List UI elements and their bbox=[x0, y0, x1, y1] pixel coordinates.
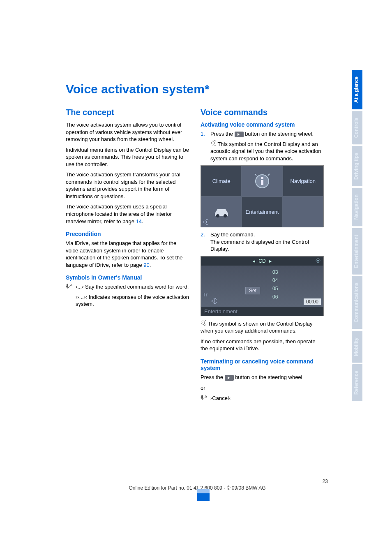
img2-arrow-left-icon: ◂ bbox=[253, 258, 255, 264]
link-page-90[interactable]: 90 bbox=[143, 262, 149, 268]
svg-point-3 bbox=[261, 177, 263, 179]
step-1a: Press the bbox=[210, 131, 235, 137]
img2-bottom-label: Entertainment bbox=[201, 307, 323, 316]
voice-button-icon bbox=[235, 132, 244, 137]
after-img-p2: If no other commands are possible, then … bbox=[201, 338, 324, 352]
left-column: The concept The voice activation system … bbox=[66, 108, 189, 405]
voice-wave-icon bbox=[210, 140, 216, 146]
cancel-row: ›Cancel‹ bbox=[201, 395, 324, 402]
img2-arrow-right-icon: ▸ bbox=[269, 258, 272, 264]
svg-point-6 bbox=[224, 214, 227, 217]
terminate-p1a: Press the bbox=[201, 374, 225, 380]
right-column: Voice commands Activating voice command … bbox=[201, 108, 324, 405]
cancel-command: ›Cancel‹ bbox=[210, 395, 324, 402]
heading-concept: The concept bbox=[66, 108, 189, 117]
concept-p2: Individual menu items on the Control Dis… bbox=[66, 146, 189, 168]
step-1: 1. Press the button on the steering whee… bbox=[201, 130, 324, 162]
tab-navigation[interactable]: Navigation bbox=[352, 188, 362, 226]
img2-n6: 06 bbox=[272, 293, 278, 301]
svg-rect-4 bbox=[261, 180, 263, 185]
terminate-p1b: button on the steering wheel bbox=[234, 374, 302, 380]
img1-navigation: Navigation bbox=[283, 166, 323, 197]
img1-corner-wave-icon bbox=[203, 219, 208, 226]
tab-at-a-glance[interactable]: At a glance bbox=[352, 70, 362, 109]
concept-p4b: . bbox=[142, 218, 143, 224]
img2-n5: 05 bbox=[272, 284, 278, 293]
heading-symbols: Symbols in Owner's Manual bbox=[66, 274, 189, 281]
svg-rect-0 bbox=[67, 284, 68, 287]
page-number: 23 bbox=[66, 479, 329, 484]
precondition-p: Via iDrive, set the language that applie… bbox=[66, 240, 189, 268]
step-1c: This symbol on the Control Display and a… bbox=[210, 141, 321, 162]
img2-track-numbers: 03 04 05 06 bbox=[272, 268, 278, 301]
tab-reference[interactable]: Reference bbox=[352, 364, 362, 401]
img2-gear-icon bbox=[315, 258, 321, 265]
terminate-p1: Press the button on the steering wheel bbox=[201, 374, 324, 381]
step-2-index: 2. bbox=[201, 231, 205, 238]
img2-cd-label: CD bbox=[258, 258, 265, 264]
concept-p4a: The voice activation system uses a speci… bbox=[66, 204, 172, 224]
precondition-pb: . bbox=[150, 262, 151, 268]
img2-wave-icon bbox=[211, 298, 217, 305]
tab-controls[interactable]: Controls bbox=[352, 111, 362, 144]
img2-set-button: Set bbox=[245, 287, 260, 294]
step-1b: button on the steering wheel. bbox=[244, 131, 314, 137]
terminate-or: or bbox=[201, 384, 324, 392]
mic-icon-2 bbox=[201, 395, 207, 400]
img1-entertainment: Entertainment bbox=[242, 197, 282, 227]
mic-icon bbox=[66, 283, 72, 289]
tab-mobility[interactable]: Mobility bbox=[352, 331, 362, 363]
symbol-text-1: ›...‹ Say the specified commands word fo… bbox=[76, 283, 189, 291]
concept-p3: The voice activation system transforms y… bbox=[66, 171, 189, 200]
img2-tr-label: Tr bbox=[203, 291, 208, 298]
control-display-menu-image: Climate Navigation Entertainment bbox=[201, 165, 324, 227]
link-page-14[interactable]: 14 bbox=[136, 218, 142, 224]
concept-p1: The voice activation system allows you t… bbox=[66, 121, 189, 143]
side-tabs: At a glance Controls Driving tips Naviga… bbox=[352, 70, 362, 401]
footer-blue-marker bbox=[197, 493, 210, 501]
img2-n4: 04 bbox=[272, 276, 278, 284]
symbol-row-1: ›...‹ Say the specified commands word fo… bbox=[66, 283, 189, 291]
tab-entertainment[interactable]: Entertainment bbox=[352, 228, 362, 275]
svg-rect-9 bbox=[201, 395, 203, 399]
img2-n3: 03 bbox=[272, 268, 278, 276]
concept-p4: The voice activation system uses a speci… bbox=[66, 203, 189, 225]
heading-precondition: Precondition bbox=[66, 231, 189, 237]
tab-communications[interactable]: Communications bbox=[352, 276, 362, 329]
img2-time: 00:00 bbox=[304, 298, 321, 305]
img1-climate: Climate bbox=[201, 166, 242, 197]
control-display-cd-image: ◂ CD ▸ Set 03 04 05 06 bbox=[201, 256, 324, 316]
tab-driving-tips[interactable]: Driving tips bbox=[352, 146, 362, 186]
svg-point-8 bbox=[317, 260, 319, 261]
img1-blank bbox=[283, 197, 323, 227]
svg-point-5 bbox=[216, 214, 219, 217]
symbol-row-2: ››...‹‹ Indicates responses of the voice… bbox=[66, 294, 189, 308]
step-2b: The command is displayed on the Control … bbox=[210, 238, 324, 253]
step-2a: Say the command. bbox=[210, 231, 255, 238]
heading-terminating: Terminating or canceling voice command s… bbox=[201, 358, 324, 371]
step-1-index: 1. bbox=[201, 130, 205, 138]
heading-voice-commands: Voice commands bbox=[201, 108, 324, 117]
after-img-p1: This symbol is shown on the Control Disp… bbox=[201, 320, 324, 335]
precondition-pa: Via iDrive, set the language that applie… bbox=[66, 240, 182, 268]
voice-button-icon-2 bbox=[225, 375, 234, 381]
symbol-text-2: ››...‹‹ Indicates responses of the voice… bbox=[76, 294, 189, 308]
step-2: 2. Say the command. The command is displ… bbox=[201, 231, 324, 253]
voice-wave-icon-2 bbox=[201, 320, 206, 326]
img1-info-icon bbox=[242, 166, 282, 197]
heading-activating: Activating voice command system bbox=[201, 121, 324, 128]
page-title: Voice activation system* bbox=[66, 82, 329, 96]
after-img-p1-text: This symbol is shown on the Control Disp… bbox=[201, 321, 312, 334]
